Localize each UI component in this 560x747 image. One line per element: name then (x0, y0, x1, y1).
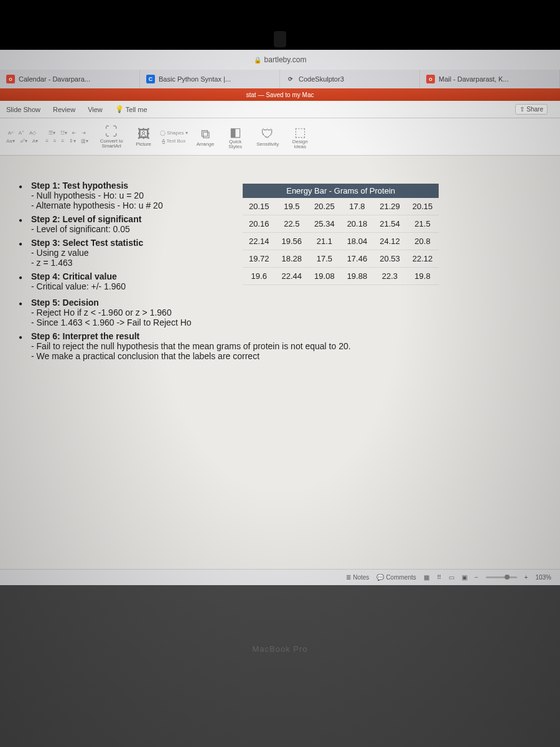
data-table-wrap: Energy Bar - Grams of Protein 20.1519.52… (243, 181, 439, 295)
table-cell: 19.72 (243, 250, 276, 268)
tab-slideshow[interactable]: Slide Show (0, 106, 47, 113)
zoom-out-button[interactable]: − (475, 574, 478, 581)
table-cell: 24.12 (373, 233, 406, 250)
comments-button[interactable]: 💬Comments (376, 574, 416, 581)
notes-button[interactable]: ≣Notes (346, 574, 369, 581)
sensitivity-icon: 🛡 (261, 127, 274, 141)
shapes-group: ◯ Shapes ▾ A̲ Text Box (159, 129, 189, 144)
tab-label: Basic Python Syntax |... (159, 75, 231, 83)
align-left-button[interactable]: ≡ (44, 138, 50, 144)
button-label: Sensitivity (256, 141, 279, 147)
browser-address-bar[interactable]: 🔒 bartleby.com (0, 50, 560, 70)
table-cell: 22.3 (373, 268, 406, 285)
steps-list: ●Step 1: Test hypothesis - Null hypothes… (19, 181, 230, 295)
button-label: Design Ideas (289, 139, 311, 149)
line-spacing-button[interactable]: ⇕▾ (68, 138, 77, 144)
font-size-decrease-button[interactable]: A˅ (17, 129, 26, 136)
tab-codeskulptor[interactable]: ⟳ CodeSkulptor3 (280, 70, 420, 88)
tab-python[interactable]: C Basic Python Syntax |... (140, 70, 280, 88)
design-ideas-icon: ⬚ (294, 125, 306, 139)
table-cell: 19.08 (308, 268, 341, 285)
table-cell: 18.28 (276, 250, 309, 268)
ribbon-toolbar: A^ A˅ A◇ Aa▾ 🖊▾ A▾ ☰▾ ☷▾ ⇤ ⇥ ≡ ≡ ≡ ⇕▾ ▥▾… (0, 118, 560, 156)
reading-view-button[interactable]: ▭ (449, 574, 454, 581)
table-cell: 17.5 (308, 250, 341, 268)
picture-icon: 🖼 (138, 127, 150, 141)
outlook-icon: o (6, 75, 15, 83)
powerpoint-title-bar: stat — Saved to my Mac (0, 88, 560, 101)
highlight-button[interactable]: 🖊▾ (19, 138, 29, 144)
table-cell: 20.16 (243, 215, 276, 233)
browser-tab-strip: o Calendar - Davarpara... C Basic Python… (0, 70, 560, 88)
font-color-button[interactable]: Aa▾ (5, 138, 16, 144)
paragraph-group: ☰▾ ☷▾ ⇤ ⇥ ≡ ≡ ≡ ⇕▾ ▥▾ (44, 129, 90, 144)
table-cell: 20.8 (406, 233, 439, 250)
step1-sub-a: - Null hypothesis - Ho: u = 20 (31, 190, 144, 200)
table-cell: 19.56 (276, 233, 309, 250)
tab-mail[interactable]: o Mail - Davarparast, K... (420, 70, 560, 88)
coursera-icon: C (146, 75, 155, 83)
design-ideas-button[interactable]: ⬚ Design Ideas (286, 123, 314, 151)
text-box-button[interactable]: A̲ Text Box (161, 138, 187, 144)
align-center-button[interactable]: ≡ (52, 138, 58, 144)
normal-view-button[interactable]: ▦ (424, 574, 429, 581)
button-label: Arrange (197, 141, 214, 147)
document-title: stat — Saved to my Mac (246, 92, 314, 98)
slide-canvas[interactable]: ●Step 1: Test hypothesis - Null hypothes… (0, 156, 560, 585)
columns-button[interactable]: ▥▾ (80, 138, 90, 144)
sorter-view-button[interactable]: ⠿ (437, 574, 441, 581)
steps-below: ●Step 5: Decision - Reject Ho if z < -1.… (19, 298, 541, 361)
picture-button[interactable]: 🖼 Picture (133, 126, 154, 148)
zoom-level[interactable]: 103% (535, 574, 551, 581)
convert-smartart-button[interactable]: ⛶ Convert to SmartArt (95, 123, 128, 150)
quick-styles-button[interactable]: ◧ Quick Styles (222, 123, 249, 151)
step6-sub-a: - Fail to reject the null hypothesis tha… (31, 341, 351, 351)
ribbon-tab-row: Slide Show Review View 💡 Tell me ⇧ Share (0, 101, 560, 118)
step5-title: Step 5: Decision (31, 298, 99, 308)
share-label: Share (526, 106, 543, 113)
table-cell: 19.5 (276, 198, 309, 215)
step4-title: Step 4: Critical value (31, 271, 117, 281)
table-title: Energy Bar - Grams of Protein (243, 184, 439, 198)
table-cell: 19.88 (341, 268, 374, 285)
arrange-button[interactable]: ⧉ Arrange (194, 126, 217, 148)
button-label: Picture (136, 141, 151, 147)
share-icon: ⇧ (520, 106, 525, 113)
share-button[interactable]: ⇧ Share (515, 104, 548, 115)
step6-title: Step 6: Interpret the result (31, 331, 139, 341)
lightbulb-icon: 💡 (115, 105, 124, 113)
step2-title: Step 2: Level of significant (31, 214, 141, 224)
numbering-button[interactable]: ☷▾ (59, 129, 68, 136)
text-fill-button[interactable]: A▾ (31, 138, 39, 144)
table-cell: 22.5 (276, 215, 309, 233)
slideshow-view-button[interactable]: ▣ (462, 574, 467, 581)
zoom-in-button[interactable]: + (525, 574, 528, 581)
tell-me-search[interactable]: 💡 Tell me (109, 105, 154, 113)
shapes-dropdown[interactable]: ◯ Shapes ▾ (159, 129, 189, 136)
bullets-button[interactable]: ☰▾ (47, 129, 57, 136)
status-bar: ≣Notes 💬Comments ▦ ⠿ ▭ ▣ − + 103% (0, 569, 560, 585)
step2-sub-a: - Level of significant: 0.05 (31, 224, 130, 234)
tab-calendar[interactable]: o Calendar - Davarpara... (0, 70, 140, 88)
table-cell: 25.34 (308, 215, 341, 233)
macbook-branding: MacBook Pro (0, 644, 560, 654)
align-right-button[interactable]: ≡ (60, 138, 65, 144)
clear-formatting-button[interactable]: A◇ (28, 129, 37, 136)
tab-label: CodeSkulptor3 (299, 75, 344, 83)
step5-sub-b: - Since 1.463 < 1.960 -> Fail to Reject … (31, 317, 192, 327)
tab-review[interactable]: Review (47, 106, 82, 113)
step6-sub-b: - We make a practical conclusion that th… (31, 351, 259, 361)
tab-view[interactable]: View (82, 106, 109, 113)
table-cell: 22.14 (243, 233, 276, 250)
indent-right-button[interactable]: ⇥ (80, 129, 87, 136)
font-size-increase-button[interactable]: A^ (7, 129, 15, 136)
indent-left-button[interactable]: ⇤ (71, 129, 78, 136)
laptop-bezel (0, 0, 560, 50)
zoom-slider[interactable] (486, 576, 517, 578)
comments-icon: 💬 (376, 574, 384, 581)
sensitivity-button[interactable]: 🛡 Sensitivity (254, 126, 281, 148)
tab-label: Calendar - Davarpara... (19, 75, 90, 83)
table-cell: 21.5 (406, 215, 439, 233)
table-cell: 20.25 (308, 198, 341, 215)
arrange-icon: ⧉ (201, 127, 210, 141)
